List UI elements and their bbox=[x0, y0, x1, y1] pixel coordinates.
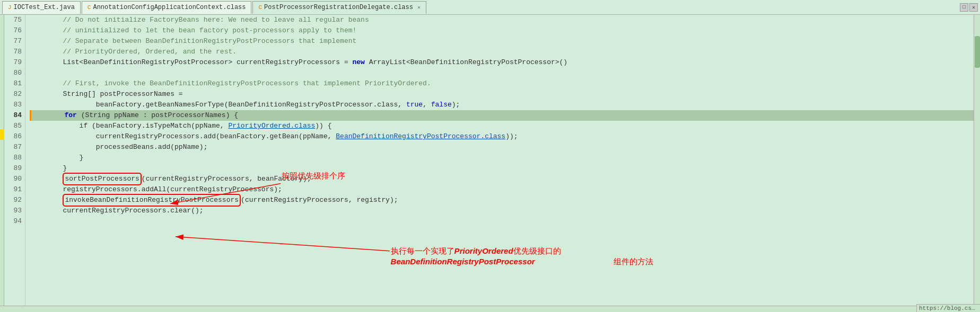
editor-area: 75 76 77 78 79 80 81 82 83 84 85 86 87 8… bbox=[0, 15, 980, 312]
line-num-86: 86 bbox=[4, 131, 22, 142]
code-line-85: if (beanFactory.isTypeMatch(ppName, Prio… bbox=[30, 121, 974, 131]
code-line-87: processedBeans.add(ppName); bbox=[30, 142, 974, 153]
annotation-text-2b: BeanDefinitionRegistryPostProcessor bbox=[391, 257, 536, 266]
line-num-92: 92 bbox=[4, 195, 22, 206]
close-button[interactable]: ✕ bbox=[969, 3, 978, 12]
code-line-78: // PriorityOrdered, Ordered, and the res… bbox=[30, 47, 974, 57]
line-num-89: 89 bbox=[4, 163, 22, 174]
code-line-94 bbox=[30, 216, 974, 227]
code-line-82: String[] postProcessorNames = bbox=[30, 89, 974, 100]
code-line-79: List<BeanDefinitionRegistryPostProcessor… bbox=[30, 57, 974, 68]
breakpoint-marker bbox=[0, 129, 4, 140]
class-icon-2: C bbox=[258, 4, 262, 11]
annotation-arrow-2 bbox=[176, 237, 390, 251]
tab-bar: J IOCTest_Ext.java C AnnotationConfigApp… bbox=[0, 0, 980, 15]
code-line-84: for (String ppName : postProcessorNames)… bbox=[30, 110, 974, 121]
sortPostProcessors-circled: sortPostProcessors bbox=[63, 173, 141, 185]
url-bar: https://blog.csdn.net/ydlrey bbox=[916, 304, 980, 312]
line-num-83: 83 bbox=[4, 100, 22, 110]
line-num-88: 88 bbox=[4, 153, 22, 163]
line-num-90: 90 bbox=[4, 174, 22, 184]
line-num-87: 87 bbox=[4, 142, 22, 153]
annotation-text-2c: 组件的方法 bbox=[614, 257, 653, 266]
tab-postprocessor-label: PostProcessorRegistrationDelegate.class bbox=[264, 4, 413, 11]
line-num-76: 76 bbox=[4, 25, 22, 36]
line-numbers: 75 76 77 78 79 80 81 82 83 84 85 86 87 8… bbox=[4, 15, 25, 312]
tab-ioctest[interactable]: J IOCTest_Ext.java bbox=[2, 1, 81, 14]
restore-button[interactable]: □ bbox=[960, 3, 968, 12]
code-line-81: // First, invoke the BeanDefinitionRegis… bbox=[30, 78, 974, 89]
window-controls: □ ✕ bbox=[960, 3, 978, 12]
line-num-93: 93 bbox=[4, 206, 22, 216]
code-line-80 bbox=[30, 68, 974, 78]
line-num-79: 79 bbox=[4, 57, 22, 68]
line-num-82: 82 bbox=[4, 89, 22, 100]
tab-annotationconfig[interactable]: C AnnotationConfigApplicationContext.cla… bbox=[82, 1, 252, 14]
line-num-78: 78 bbox=[4, 47, 22, 57]
line-num-84: 84 bbox=[4, 110, 22, 121]
line-num-94: 94 bbox=[4, 216, 22, 227]
code-line-83: beanFactory.getBeanNamesForType(BeanDefi… bbox=[30, 100, 974, 110]
code-line-92: invokeBeanDefinitionRegistryPostProcesso… bbox=[30, 195, 974, 206]
code-line-93: currentRegistryProcessors.clear(); bbox=[30, 206, 974, 216]
vertical-scrollbar[interactable] bbox=[974, 15, 980, 312]
code-line-77: // Separate between BeanDefinitionRegist… bbox=[30, 36, 974, 47]
invokeBDRPP-circled: invokeBeanDefinitionRegistryPostProcesso… bbox=[63, 194, 241, 207]
code-line-91: registryProcessors.addAll(currentRegistr… bbox=[30, 184, 974, 195]
left-gutter bbox=[0, 15, 4, 312]
line-num-91: 91 bbox=[4, 184, 22, 195]
code-line-76: // uninitialized to let the bean factory… bbox=[30, 25, 974, 36]
tab-ioctest-label: IOCTest_Ext.java bbox=[14, 4, 75, 11]
java-icon: J bbox=[8, 4, 12, 11]
code-line-89: } bbox=[30, 163, 974, 174]
line-num-77: 77 bbox=[4, 36, 22, 47]
line-num-85: 85 bbox=[4, 121, 22, 131]
line-num-81: 81 bbox=[4, 78, 22, 89]
tab-postprocessor[interactable]: C PostProcessorRegistrationDelegate.clas… bbox=[252, 1, 426, 14]
code-line-90: sortPostProcessors(currentRegistryProces… bbox=[30, 174, 974, 184]
code-line-88: } bbox=[30, 153, 974, 163]
line-num-75: 75 bbox=[4, 15, 22, 25]
ide-window: J IOCTest_Ext.java C AnnotationConfigApp… bbox=[0, 0, 980, 312]
annotation-text-2a: 执行每一个实现了PriorityOrdered优先级接口的 bbox=[391, 246, 561, 255]
code-line-75: // Do not initialize FactoryBeans here: … bbox=[30, 15, 974, 25]
scrollbar-thumb[interactable] bbox=[975, 36, 980, 68]
horizontal-scrollbar[interactable] bbox=[0, 306, 974, 312]
code-content[interactable]: // Do not initialize FactoryBeans here: … bbox=[25, 15, 974, 312]
line-num-80: 80 bbox=[4, 68, 22, 78]
tab-annotationconfig-label: AnnotationConfigApplicationContext.class bbox=[93, 4, 246, 11]
close-icon[interactable]: ✕ bbox=[417, 4, 421, 11]
class-icon-1: C bbox=[88, 4, 91, 11]
code-line-86: currentRegistryProcessors.add(beanFactor… bbox=[30, 131, 974, 142]
